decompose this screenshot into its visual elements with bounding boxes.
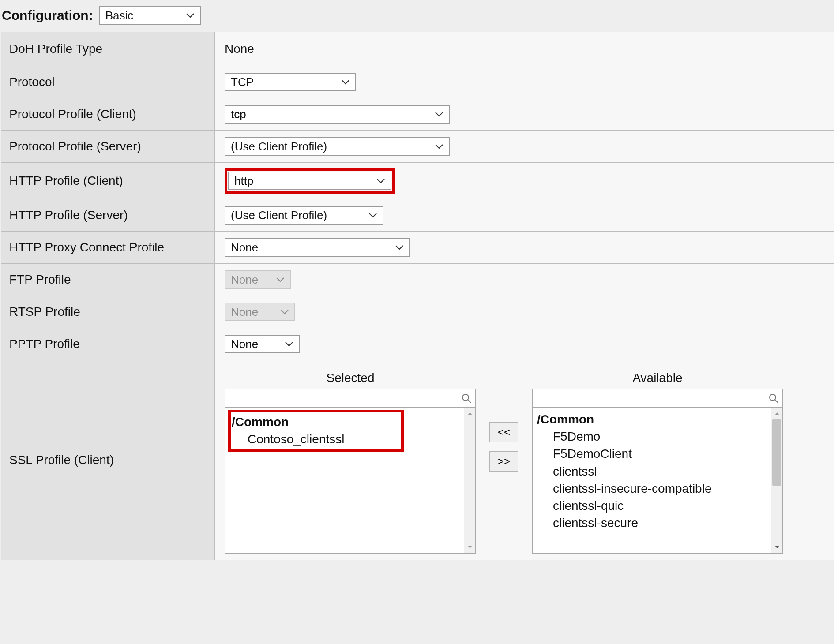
protocol-profile-client-label: Protocol Profile (Client): [1, 98, 215, 131]
chevron-down-icon: [435, 143, 443, 150]
ftp-profile-value: None: [231, 273, 258, 287]
list-item[interactable]: clientssl-insecure-compatible: [537, 480, 778, 497]
http-profile-server-select[interactable]: (Use Client Profile): [225, 206, 383, 225]
chevron-down-icon: [368, 212, 377, 218]
list-item[interactable]: F5DemoClient: [537, 445, 778, 462]
protocol-profile-client-select[interactable]: tcp: [225, 105, 450, 124]
chevron-down-icon: [341, 79, 350, 85]
chevron-down-icon: [395, 244, 404, 251]
protocol-profile-server-label: Protocol Profile (Server): [1, 131, 215, 163]
scroll-thumb[interactable]: [772, 419, 781, 486]
http-profile-client-select[interactable]: http: [228, 172, 391, 190]
configuration-value: Basic: [105, 9, 134, 22]
ftp-profile-label: FTP Profile: [1, 264, 215, 296]
rtsp-profile-select: None: [225, 303, 295, 321]
scroll-up-icon[interactable]: [464, 408, 476, 419]
scroll-up-icon[interactable]: [771, 408, 783, 419]
scroll-down-icon[interactable]: [464, 541, 476, 553]
http-profile-server-label: HTTP Profile (Server): [1, 199, 215, 232]
pptp-profile-select[interactable]: None: [225, 335, 300, 353]
configuration-select[interactable]: Basic: [99, 6, 201, 25]
http-proxy-connect-select[interactable]: None: [225, 238, 410, 257]
protocol-profile-server-value: (Use Client Profile): [231, 140, 327, 154]
highlight-selected-ssl: /Common Contoso_clientssl: [228, 410, 404, 452]
svg-point-0: [462, 394, 469, 401]
chevron-down-icon: [276, 277, 285, 283]
configuration-label: Configuration:: [2, 8, 93, 23]
chevron-down-icon: [285, 341, 293, 347]
chevron-down-icon: [280, 309, 289, 315]
protocol-value: TCP: [231, 75, 254, 89]
scrollbar[interactable]: [464, 408, 475, 553]
ssl-available-search-input[interactable]: [537, 392, 768, 405]
doh-profile-type-value: None: [215, 32, 834, 66]
http-profile-client-label: HTTP Profile (Client): [1, 163, 215, 199]
protocol-select[interactable]: TCP: [225, 73, 356, 91]
rtsp-profile-value: None: [231, 305, 258, 319]
scroll-down-icon[interactable]: [771, 541, 783, 553]
search-icon: [768, 393, 779, 404]
http-profile-server-value: (Use Client Profile): [231, 209, 327, 222]
svg-line-1: [468, 400, 471, 403]
list-item[interactable]: clientssl: [537, 463, 778, 480]
svg-line-3: [775, 400, 778, 403]
svg-point-2: [770, 394, 776, 401]
list-item[interactable]: Contoso_clientssl: [232, 431, 399, 448]
protocol-label: Protocol: [1, 66, 215, 98]
ssl-selected-listbox[interactable]: /Common Contoso_clientssl: [225, 408, 476, 554]
list-item[interactable]: clientssl-quic: [537, 497, 778, 514]
search-icon: [461, 393, 472, 404]
rtsp-profile-label: RTSP Profile: [1, 296, 215, 328]
scrollbar[interactable]: [771, 408, 782, 553]
move-right-button[interactable]: >>: [489, 451, 518, 472]
list-item[interactable]: clientssl-secure: [537, 514, 778, 532]
chevron-down-icon: [435, 111, 443, 117]
ssl-available-header: Available: [632, 369, 682, 389]
doh-profile-type-label: DoH Profile Type: [1, 32, 215, 66]
http-proxy-connect-label: HTTP Proxy Connect Profile: [1, 232, 215, 264]
protocol-profile-server-select[interactable]: (Use Client Profile): [225, 137, 450, 156]
ssl-selected-search[interactable]: [225, 389, 476, 408]
move-left-button[interactable]: <<: [489, 422, 518, 442]
protocol-profile-client-value: tcp: [231, 108, 246, 121]
ssl-available-listbox[interactable]: /Common F5Demo F5DemoClient clientssl cl…: [532, 408, 783, 554]
pptp-profile-label: PPTP Profile: [1, 328, 215, 360]
ssl-profile-client-label: SSL Profile (Client): [1, 360, 215, 560]
chevron-down-icon: [376, 178, 385, 184]
pptp-profile-value: None: [231, 337, 258, 351]
config-table: DoH Profile Type None Protocol TCP Proto…: [1, 32, 834, 560]
ssl-available-group: /Common: [537, 411, 778, 428]
ssl-selected-search-input[interactable]: [230, 392, 461, 405]
ssl-selected-header: Selected: [327, 369, 375, 389]
ssl-available-search[interactable]: [532, 389, 783, 408]
highlight-http-profile-client: http: [225, 168, 395, 194]
chevron-down-icon: [186, 12, 195, 19]
http-proxy-connect-value: None: [231, 241, 258, 255]
list-item[interactable]: F5Demo: [537, 428, 778, 445]
ftp-profile-select: None: [225, 270, 291, 289]
ssl-selected-group: /Common: [232, 413, 399, 431]
